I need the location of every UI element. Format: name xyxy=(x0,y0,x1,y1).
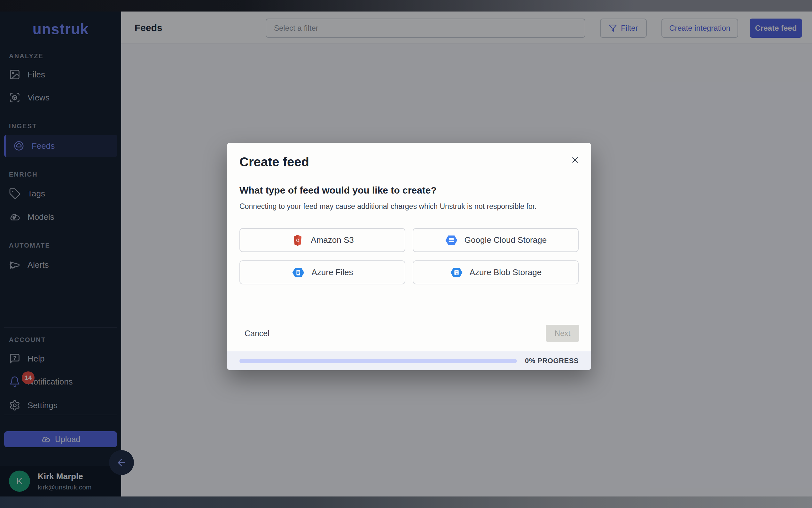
progress-label: 0% PROGRESS xyxy=(525,351,579,371)
app-window: unstruk ANALYZE Files Views INGEST Feeds… xyxy=(0,0,812,508)
feed-type-label: Azure Blob Storage xyxy=(470,267,541,278)
progress-bar xyxy=(239,359,517,363)
cancel-button[interactable]: Cancel xyxy=(245,325,270,342)
feed-type-label: Amazon S3 xyxy=(311,235,353,245)
azure-blob-storage-icon: 10 01 xyxy=(450,266,463,279)
feed-type-azure-files[interactable]: Azure Files xyxy=(239,260,405,284)
azure-files-icon xyxy=(292,266,305,279)
create-feed-modal: Create feed What type of feed would you … xyxy=(227,143,591,370)
modal-title: Create feed xyxy=(239,155,309,169)
modal-close-button[interactable] xyxy=(569,154,581,166)
google-cloud-storage-icon xyxy=(445,234,458,247)
modal-question: What type of feed would you like to crea… xyxy=(239,185,437,196)
feed-type-azure-blob-storage[interactable]: 10 01 Azure Blob Storage xyxy=(413,260,579,284)
modal-disclaimer: Connecting to your feed may cause additi… xyxy=(239,202,536,211)
feed-type-google-cloud-storage[interactable]: Google Cloud Storage xyxy=(413,228,579,252)
feed-type-label: Azure Files xyxy=(312,267,353,278)
close-icon xyxy=(570,155,580,165)
amazon-s3-icon xyxy=(291,234,304,247)
feed-type-amazon-s3[interactable]: Amazon S3 xyxy=(239,228,405,252)
next-button[interactable]: Next xyxy=(546,325,579,342)
modal-footer: 0% PROGRESS xyxy=(227,351,591,370)
svg-text:01: 01 xyxy=(456,272,459,274)
feed-type-label: Google Cloud Storage xyxy=(465,235,547,245)
